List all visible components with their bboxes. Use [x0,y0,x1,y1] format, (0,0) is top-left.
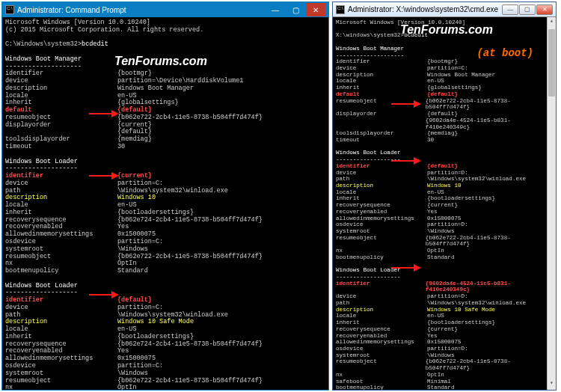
close-button[interactable]: ✕ [536,4,553,15]
scrollbar[interactable]: ▴ ▾ [547,17,556,390]
copyright-line: (c) 2015 Microsoft Corporation. All righ… [5,27,325,34]
window-title: Administrator: Command Prompt [17,6,265,14]
cmd-icon [336,5,345,14]
version-line: Microsoft Windows [Version 10.0.10240] [336,19,553,26]
titlebar[interactable]: Administrator: X:\windows\system32\cmd.e… [333,2,556,17]
scroll-thumb[interactable] [548,29,555,97]
minimize-button[interactable]: — [266,3,285,16]
default-key: default [336,91,427,98]
titlebar[interactable]: Administrator: Command Prompt — ▢ ✕ [2,2,328,17]
identifier-value: {default} [427,163,458,170]
description-value: Windows 10 [427,183,462,189]
scroll-down-icon[interactable]: ▾ [548,379,556,390]
command: bcdedit [82,40,108,48]
at-boot-label: (at boot) [476,47,533,59]
maximize-button[interactable]: ▢ [286,3,305,16]
minimize-button[interactable]: — [502,4,518,15]
prompt: C:\Windows\system32> [5,40,82,48]
cmd-icon [5,5,14,14]
scroll-up-icon[interactable]: ▴ [548,17,556,28]
cmd-window-left: Administrator: Command Prompt — ▢ ✕ TenF… [1,1,329,391]
window-title: Administrator: X:\windows\system32\cmd.e… [348,5,501,13]
identifier-key: identifier [336,163,427,170]
maximize-button[interactable]: ▢ [519,4,536,15]
terminal-left[interactable]: TenForums.com Microsoft Windows [Version… [2,17,328,390]
default-value: {default} [427,91,458,98]
description-key: description [336,183,427,189]
section-heading: Windows Boot Loader [336,267,553,274]
terminal-right[interactable]: ▴ ▾ TenForums.com (at boot) Microsoft Wi… [333,17,556,390]
description-value: Windows 10 Safe Mode [427,307,495,313]
description-key: description [336,307,427,313]
identifier-value: {9602da4e-4524-11e5-b831-f410e240349c} [426,281,553,293]
section-heading: Windows Boot Loader [336,150,553,156]
cmd-window-right: Administrator: X:\windows\system32\cmd.e… [332,1,557,391]
prompt: X:\windows\system32> [336,32,404,38]
rule: -------------------- [5,64,325,71]
close-button[interactable]: ✕ [306,3,325,16]
identifier-key: identifier [336,281,426,293]
command: bcdedit [404,32,428,38]
